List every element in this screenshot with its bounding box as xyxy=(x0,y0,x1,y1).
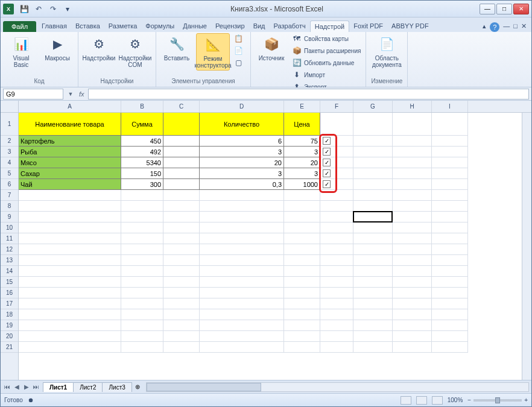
cell-E9[interactable] xyxy=(284,212,320,222)
cell-E3[interactable]: 3 xyxy=(284,147,320,157)
cell-E8[interactable] xyxy=(284,201,320,212)
cell-I20[interactable] xyxy=(432,331,468,342)
cell-G14[interactable] xyxy=(353,266,393,277)
cell-C8[interactable] xyxy=(163,201,200,212)
cell-C12[interactable] xyxy=(163,244,200,255)
cell-D8[interactable] xyxy=(200,201,284,212)
cell-F19[interactable] xyxy=(320,320,353,331)
save-button[interactable]: 💾 xyxy=(17,2,31,16)
cell-H9[interactable] xyxy=(393,212,432,222)
fx-icon[interactable]: fx xyxy=(75,90,88,98)
sheet-tab-0[interactable]: Лист1 xyxy=(43,382,74,392)
cell-G18[interactable] xyxy=(353,309,393,320)
cell-D6[interactable]: 0,3 xyxy=(200,179,284,190)
checkbox-row-6[interactable]: ✓ xyxy=(323,180,331,188)
cell-A4[interactable]: Мясо xyxy=(19,157,121,168)
cell-A9[interactable] xyxy=(19,212,121,222)
cell-E5[interactable]: 3 xyxy=(284,168,320,179)
cell-C7[interactable] xyxy=(163,190,200,201)
cell-F18[interactable] xyxy=(320,309,353,320)
ribbon-tab-7[interactable]: Разработч xyxy=(270,21,310,32)
cell-G20[interactable] xyxy=(353,331,393,342)
cell-I18[interactable] xyxy=(432,309,468,320)
cell-I10[interactable] xyxy=(432,222,468,233)
visual-basic-button[interactable]: 📊Visual Basic xyxy=(4,33,38,69)
column-header-F[interactable]: F xyxy=(320,101,353,112)
macro-record-icon[interactable]: ⏺ xyxy=(28,397,34,403)
cell-A17[interactable] xyxy=(19,298,121,309)
cell-A7[interactable] xyxy=(19,190,121,201)
cell-D2[interactable]: 6 xyxy=(200,136,284,147)
cell-B18[interactable] xyxy=(121,309,163,320)
cell-I13[interactable] xyxy=(432,255,468,266)
cell-D12[interactable] xyxy=(200,244,284,255)
cell-H3[interactable] xyxy=(393,147,432,157)
help-icon[interactable]: ? xyxy=(490,22,499,32)
cell-A2[interactable]: Картофель xyxy=(19,136,121,147)
cell-A18[interactable] xyxy=(19,309,121,320)
cell-C9[interactable] xyxy=(163,212,200,222)
cell-E4[interactable]: 20 xyxy=(284,157,320,168)
row-header-10[interactable]: 10 xyxy=(1,222,18,233)
scrollbar-thumb[interactable] xyxy=(147,383,261,391)
cell-B5[interactable]: 150 xyxy=(121,168,163,179)
row-header-7[interactable]: 7 xyxy=(1,190,18,201)
macros-button[interactable]: ▶Макросы xyxy=(40,33,74,63)
cell-B17[interactable] xyxy=(121,298,163,309)
doc-minimize-icon[interactable]: — xyxy=(503,22,510,32)
row-header-5[interactable]: 5 xyxy=(1,168,18,179)
cell-G12[interactable] xyxy=(353,244,393,255)
cell-D15[interactable] xyxy=(200,277,284,288)
cell-D9[interactable] xyxy=(200,212,284,222)
file-tab[interactable]: Файл xyxy=(3,21,36,32)
cell-E18[interactable] xyxy=(284,309,320,320)
doc-restore-icon[interactable]: □ xyxy=(513,22,518,32)
cell-A5[interactable]: Сахар xyxy=(19,168,121,179)
cell-F20[interactable] xyxy=(320,331,353,342)
properties-button[interactable]: 📋 xyxy=(232,33,247,44)
cell-B6[interactable]: 300 xyxy=(121,179,163,190)
cell-I5[interactable] xyxy=(432,168,468,179)
cell-G13[interactable] xyxy=(353,255,393,266)
cell-A15[interactable] xyxy=(19,277,121,288)
cell-D7[interactable] xyxy=(200,190,284,201)
cell-A1[interactable]: Наименование товара xyxy=(19,113,121,136)
cell-H16[interactable] xyxy=(393,288,432,298)
excel-icon[interactable]: X xyxy=(3,4,14,14)
ribbon-tab-8[interactable]: Надстрой xyxy=(310,21,349,32)
cell-E6[interactable]: 1000 xyxy=(284,179,320,190)
cell-B11[interactable] xyxy=(121,233,163,244)
cell-I12[interactable] xyxy=(432,244,468,255)
cell-G2[interactable] xyxy=(353,136,393,147)
cell-D19[interactable] xyxy=(200,320,284,331)
cell-G3[interactable] xyxy=(353,147,393,157)
cell-I4[interactable] xyxy=(432,157,468,168)
map-props-button[interactable]: 🗺Свойства карты xyxy=(291,33,362,44)
cell-F16[interactable] xyxy=(320,288,353,298)
undo-button[interactable]: ↶ xyxy=(32,2,45,16)
cell-A6[interactable]: Чай xyxy=(19,179,121,190)
cell-C6[interactable] xyxy=(163,179,200,190)
cell-C13[interactable] xyxy=(163,255,200,266)
cell-G1[interactable] xyxy=(353,113,393,136)
cell-G8[interactable] xyxy=(353,201,393,212)
cell-H1[interactable] xyxy=(393,113,432,136)
run-dialog-button[interactable]: ▢ xyxy=(232,57,247,68)
new-sheet-icon[interactable]: ⊕ xyxy=(131,383,144,390)
qat-dropdown-icon[interactable]: ▾ xyxy=(61,2,74,16)
checkbox-row-5[interactable]: ✓ xyxy=(323,169,331,177)
cell-H6[interactable] xyxy=(393,179,432,190)
cell-B4[interactable]: 5340 xyxy=(121,157,163,168)
cell-G5[interactable] xyxy=(353,168,393,179)
cell-E12[interactable] xyxy=(284,244,320,255)
zoom-out-button[interactable]: − xyxy=(467,397,471,403)
row-header-8[interactable]: 8 xyxy=(1,201,18,212)
cell-D10[interactable] xyxy=(200,222,284,233)
cell-H14[interactable] xyxy=(393,266,432,277)
cell-D17[interactable] xyxy=(200,298,284,309)
cell-H11[interactable] xyxy=(393,233,432,244)
cell-G15[interactable] xyxy=(353,277,393,288)
row-header-17[interactable]: 17 xyxy=(1,298,18,309)
sheet-tab-2[interactable]: Лист3 xyxy=(102,382,131,392)
column-header-B[interactable]: B xyxy=(121,101,163,112)
